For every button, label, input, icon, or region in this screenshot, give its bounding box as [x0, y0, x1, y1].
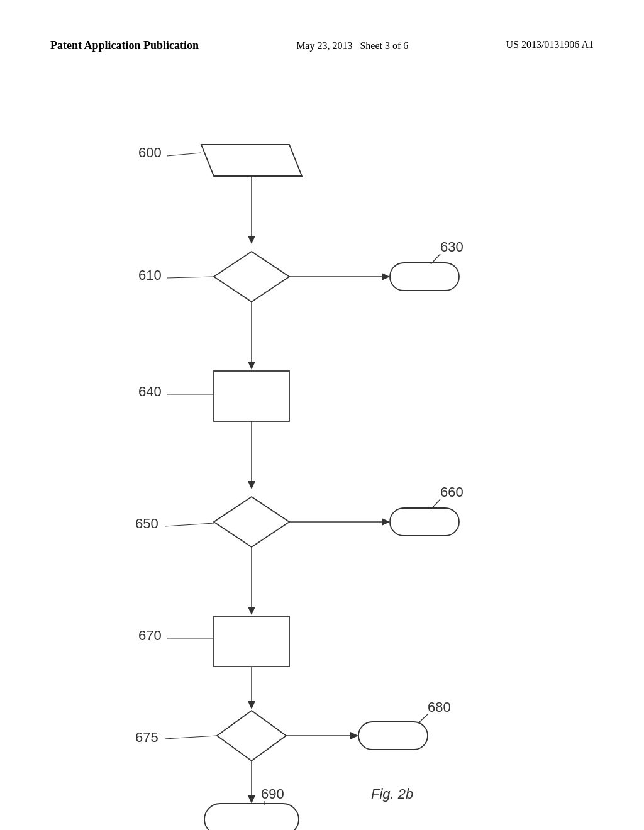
label-660: 660: [440, 484, 464, 500]
header: Patent Application Publication May 23, 2…: [0, 38, 644, 54]
label-680: 680: [428, 699, 451, 715]
arrowhead-650-670: [248, 607, 255, 615]
leader-650: [165, 523, 214, 526]
label-610: 610: [138, 267, 162, 283]
label-640: 640: [138, 384, 162, 399]
node-690-shape: [204, 804, 299, 830]
publication-title: Patent Application Publication: [50, 39, 199, 52]
diagram-area: 600 610 630: [0, 101, 644, 830]
arrowhead-675-680: [350, 732, 358, 739]
arrowhead-610-630: [382, 273, 390, 280]
leader-600: [167, 153, 201, 156]
leader-675: [165, 736, 217, 739]
node-600-shape: [201, 145, 302, 176]
node-680-shape: [358, 722, 428, 750]
fig-label: Fig. 2b: [371, 786, 413, 802]
label-630: 630: [440, 239, 464, 255]
header-left: Patent Application Publication: [50, 38, 199, 53]
node-650-shape: [214, 497, 289, 547]
arrowhead-610-640: [248, 362, 255, 370]
label-670: 670: [138, 628, 162, 643]
label-690: 690: [261, 786, 284, 802]
node-670-shape: [214, 616, 289, 667]
arrowhead-600-610: [248, 236, 255, 244]
date-sheet: May 23, 2013 Sheet 3 of 6: [296, 40, 408, 51]
page: Patent Application Publication May 23, 2…: [0, 0, 644, 830]
label-600: 600: [138, 145, 162, 160]
node-675-shape: [217, 711, 286, 761]
node-640-shape: [214, 371, 289, 421]
header-center: May 23, 2013 Sheet 3 of 6: [296, 38, 408, 54]
arrowhead-670-675: [248, 701, 255, 709]
node-630-shape: [390, 263, 459, 290]
flowchart-svg: 600 610 630: [0, 101, 644, 830]
arrowhead-650-660: [382, 518, 390, 526]
patent-number: US 2013/0131906 A1: [506, 39, 594, 50]
node-660-shape: [390, 508, 459, 536]
leader-610: [167, 277, 214, 278]
arrowhead-675-690: [248, 795, 255, 804]
label-675: 675: [135, 729, 158, 745]
leader-680: [418, 714, 428, 723]
header-right: US 2013/0131906 A1: [506, 38, 594, 52]
arrowhead-640-650: [248, 481, 255, 489]
node-610-shape: [214, 252, 289, 302]
label-650: 650: [135, 516, 158, 531]
